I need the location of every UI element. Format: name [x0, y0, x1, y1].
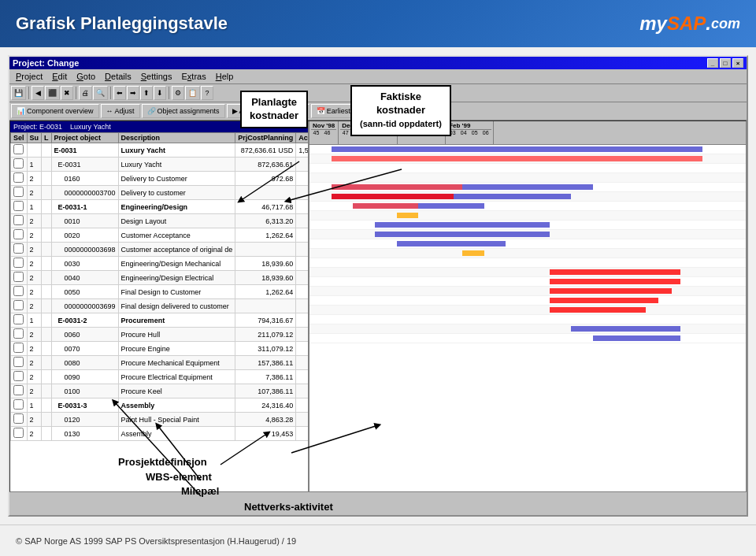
- table-row[interactable]: 2 0000000003699 Final design delivered t…: [11, 299, 310, 313]
- row-checkbox[interactable]: [13, 385, 24, 395]
- row-checkbox[interactable]: [13, 413, 24, 424]
- cell-sel: [11, 342, 28, 356]
- logo-dot: .: [706, 13, 711, 35]
- table-row[interactable]: 2 0000000003698 Customer acceptance of o…: [11, 243, 310, 257]
- menu-help[interactable]: Help: [211, 70, 239, 83]
- tb-back[interactable]: ◀: [32, 86, 44, 100]
- row-checkbox[interactable]: [13, 328, 24, 339]
- gantt-row: [309, 324, 746, 334]
- table-row[interactable]: 2 0050 Final Design to Customer 1,262.64: [11, 285, 310, 299]
- cell-sel: [11, 143, 28, 158]
- footer: © SAP Norge AS 1999 SAP PS Oversiktspres…: [0, 524, 756, 556]
- cell-planned: [235, 186, 296, 200]
- cell-id: 0160: [51, 172, 118, 186]
- row-checkbox[interactable]: [13, 357, 24, 367]
- menu-details[interactable]: Details: [100, 70, 136, 83]
- menu-settings[interactable]: Settings: [136, 70, 177, 83]
- cell-sel: [11, 370, 28, 384]
- table-row[interactable]: 2 0060 Procure Hull 211,079.12: [11, 328, 310, 342]
- tb-help[interactable]: ?: [201, 86, 213, 100]
- col-description: Description: [118, 133, 235, 143]
- table-row[interactable]: 2 0100 Procure Keel 107,386.11: [11, 384, 310, 398]
- tb-find[interactable]: 🔍: [93, 86, 108, 100]
- row-checkbox[interactable]: [13, 229, 24, 239]
- table-row[interactable]: 2 0000000003700 Delivery to customer: [11, 186, 310, 200]
- tb-nav4[interactable]: ⬇: [154, 86, 166, 100]
- row-checkbox[interactable]: [13, 144, 24, 154]
- annotation-wbs: WBS-element: [146, 471, 212, 483]
- table-row[interactable]: 1 E-0031-2 Procurement 794,316.67: [11, 313, 310, 328]
- cell-actual: [296, 172, 309, 186]
- row-checkbox[interactable]: [13, 371, 24, 381]
- menu-project[interactable]: Project: [11, 70, 47, 83]
- cell-su: 2: [27, 427, 42, 441]
- window-title: Project: Change: [13, 58, 79, 68]
- maximize-button[interactable]: □: [720, 58, 731, 68]
- menu-goto[interactable]: Goto: [72, 70, 100, 83]
- tb-misc1[interactable]: ⚙: [172, 86, 184, 100]
- cell-l: [42, 285, 52, 299]
- table-row[interactable]: E-0031 Luxury Yacht 872,636.61 USD 1,548…: [11, 143, 310, 158]
- cell-planned: 972.68: [235, 172, 296, 186]
- row-checkbox[interactable]: [13, 187, 24, 197]
- table-row[interactable]: 2 0160 Delivery to Customer 972.68: [11, 172, 310, 186]
- logo-sap: SAP: [667, 13, 706, 35]
- table-row[interactable]: 2 0040 Engineering/Design Electrical 18,…: [11, 271, 310, 285]
- minimize-button[interactable]: _: [707, 58, 718, 68]
- gantt-bars: [309, 145, 746, 343]
- row-checkbox[interactable]: [13, 243, 24, 254]
- cell-l: [42, 313, 52, 328]
- cell-desc: Luxury Yacht: [118, 158, 235, 172]
- row-checkbox[interactable]: [13, 286, 24, 296]
- row-checkbox[interactable]: [13, 314, 24, 324]
- col-actual: Actual costs: [296, 133, 309, 143]
- menu-edit[interactable]: Edit: [47, 70, 72, 83]
- tb-misc2[interactable]: 📋: [185, 86, 200, 100]
- row-checkbox[interactable]: [13, 158, 24, 169]
- cell-actual: 1,420.43: [296, 228, 309, 243]
- tb-component-overview[interactable]: 📊Component overview: [11, 104, 99, 118]
- table-row[interactable]: 1 E-0031-3 Assembly 24,316.40: [11, 398, 310, 413]
- cell-id: 0040: [51, 271, 118, 285]
- cell-l: [42, 398, 52, 413]
- tb-nav1[interactable]: ⬅: [113, 86, 126, 100]
- close-button[interactable]: ×: [732, 58, 743, 68]
- table-row[interactable]: 2 0020 Customer Acceptance 1,262.64 1,42…: [11, 228, 310, 243]
- gantt-row: [309, 296, 746, 306]
- tb-nav2[interactable]: ➡: [127, 86, 139, 100]
- tb-nav3[interactable]: ⬆: [140, 86, 153, 100]
- annotation-planned: Planlagtekostnader: [240, 91, 308, 128]
- table-row[interactable]: 2 0130 Assembly 19,453: [11, 427, 310, 441]
- table-row[interactable]: 2 0070 Procure Engine 311,079.12: [11, 342, 310, 356]
- menu-extras[interactable]: Extras: [176, 70, 210, 83]
- tb-object-assignments[interactable]: 🔗Object assignments: [142, 104, 225, 118]
- tb-cancel[interactable]: ✖: [61, 86, 73, 100]
- table-row[interactable]: 2 0120 Paint Hull - Special Paint 4,863.…: [11, 413, 310, 427]
- row-checkbox[interactable]: [13, 343, 24, 353]
- row-checkbox[interactable]: [13, 428, 24, 438]
- row-checkbox[interactable]: [13, 300, 24, 310]
- table-row[interactable]: 2 0080 Procure Mechanical Equipment 157,…: [11, 356, 310, 370]
- cell-id: 0090: [51, 370, 118, 384]
- row-checkbox[interactable]: [13, 172, 24, 183]
- table-row[interactable]: 2 0030 Engineering/Design Mechanical 18,…: [11, 257, 310, 271]
- row-checkbox[interactable]: [13, 201, 24, 211]
- cell-id: 0060: [51, 328, 118, 342]
- table-row[interactable]: 1 E-0031 Luxury Yacht 872,636.61 1,548,1…: [11, 158, 310, 172]
- cell-desc: Procure Hull: [118, 328, 235, 342]
- table-row[interactable]: 1 E-0031-1 Engineering/Design 46,717.68 …: [11, 200, 310, 214]
- row-checkbox[interactable]: [13, 399, 24, 410]
- row-checkbox[interactable]: [13, 272, 24, 282]
- tb-exit[interactable]: ⬛: [45, 86, 60, 100]
- table-row[interactable]: 2 0010 Design Layout 6,313.20 1,546,685.…: [11, 214, 310, 228]
- sap-titlebar: Project: Change _ □ ×: [9, 57, 747, 69]
- cell-l: [42, 158, 52, 172]
- tb-adjust[interactable]: ↔Adjust: [101, 104, 140, 118]
- row-checkbox[interactable]: [13, 215, 24, 225]
- cell-l: [42, 186, 52, 200]
- row-checkbox[interactable]: [13, 258, 24, 268]
- tb-print[interactable]: 🖨: [79, 86, 92, 100]
- tb-save[interactable]: 💾: [11, 86, 26, 100]
- table-row[interactable]: 2 0090 Procure Electrical Equipment 7,38…: [11, 370, 310, 384]
- gantt-bar: [332, 156, 702, 161]
